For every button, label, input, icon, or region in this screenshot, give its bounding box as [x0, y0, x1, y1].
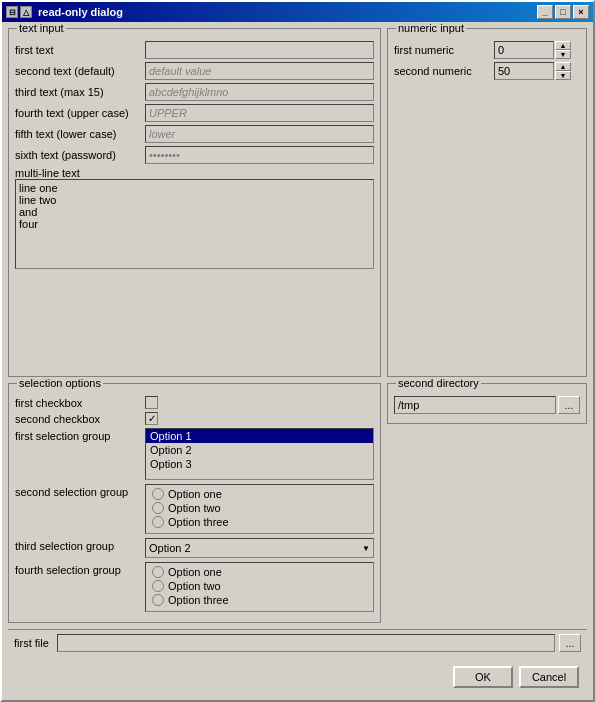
second-directory-input[interactable] — [394, 396, 556, 414]
sixth-text-input[interactable] — [145, 146, 374, 164]
third-text-label: third text (max 15) — [15, 86, 145, 98]
fourth-selection-row: fourth selection group Option one Option… — [15, 562, 374, 612]
second-selection-radio-group: Option one Option two Option three — [145, 484, 374, 534]
second-directory-label: second directory — [396, 377, 481, 389]
second-numeric-row: second numeric ▲ ▼ — [394, 62, 580, 80]
second-directory-browse-button[interactable]: ... — [558, 396, 580, 414]
field-row-first-text: first text — [15, 41, 374, 59]
window-icon-1: ⊟ — [6, 6, 18, 18]
second-radio-2[interactable] — [152, 502, 164, 514]
list-item[interactable]: Option 1 — [146, 429, 373, 443]
second-selection-label: second selection group — [15, 484, 145, 498]
second-checkbox-row: second checkbox ✓ — [15, 412, 374, 425]
field-row-sixth-text: sixth text (password) — [15, 146, 374, 164]
fourth-radio-3-label: Option three — [168, 594, 229, 606]
action-buttons: OK Cancel — [8, 662, 587, 694]
multiline-text-input[interactable]: line one line two and four — [15, 179, 374, 269]
third-selection-dropdown[interactable]: Option 2 ▼ — [145, 538, 374, 558]
second-numeric-up[interactable]: ▲ — [555, 62, 571, 71]
first-checkbox-label: first checkbox — [15, 397, 145, 409]
field-row-third-text: third text (max 15) — [15, 83, 374, 101]
selection-options-group: selection options first checkbox second … — [8, 383, 381, 623]
first-numeric-row: first numeric ▲ ▼ — [394, 41, 580, 59]
window: ⊟ △ read-only dialog _ □ × text input fi… — [0, 0, 595, 702]
second-numeric-wrapper: ▲ ▼ — [494, 62, 571, 80]
fourth-text-label: fourth text (upper case) — [15, 107, 145, 119]
first-numeric-spinners: ▲ ▼ — [555, 41, 571, 59]
second-checkbox-label: second checkbox — [15, 413, 145, 425]
first-checkbox-row: first checkbox — [15, 396, 374, 409]
second-numeric-input[interactable] — [494, 62, 554, 80]
selection-options-label: selection options — [17, 377, 103, 389]
second-numeric-label: second numeric — [394, 65, 494, 77]
third-selection-label: third selection group — [15, 538, 145, 552]
titlebar: ⊟ △ read-only dialog _ □ × — [2, 2, 593, 22]
second-numeric-spinners: ▲ ▼ — [555, 62, 571, 80]
numeric-input-label: numeric input — [396, 22, 466, 34]
radio-row-1: Option one — [152, 488, 367, 500]
first-file-browse-button[interactable]: ... — [559, 634, 581, 652]
list-item[interactable]: Option 3 — [146, 457, 373, 471]
window-title: read-only dialog — [38, 6, 123, 18]
titlebar-icons: ⊟ △ — [6, 6, 32, 18]
sixth-text-label: sixth text (password) — [15, 149, 145, 161]
radio-row-3: Option three — [152, 516, 367, 528]
maximize-button[interactable]: □ — [555, 5, 571, 19]
first-file-bar: first file ... — [8, 629, 587, 656]
fourth-radio-2[interactable] — [152, 580, 164, 592]
minimize-button[interactable]: _ — [537, 5, 553, 19]
first-numeric-input[interactable] — [494, 41, 554, 59]
list-item[interactable]: Option 2 — [146, 443, 373, 457]
first-numeric-label: first numeric — [394, 44, 494, 56]
field-row-fourth-text: fourth text (upper case) — [15, 104, 374, 122]
first-file-label: first file — [14, 637, 49, 649]
fourth-selection-radio-group: Option one Option two Option three — [145, 562, 374, 612]
titlebar-controls: _ □ × — [537, 5, 589, 19]
third-selection-row: third selection group Option 2 ▼ — [15, 538, 374, 558]
fifth-text-input[interactable] — [145, 125, 374, 143]
fourth-radio-row-3: Option three — [152, 594, 367, 606]
numeric-input-group: numeric input first numeric ▲ ▼ — [387, 28, 587, 377]
first-checkbox[interactable] — [145, 396, 158, 409]
second-checkbox[interactable]: ✓ — [145, 412, 158, 425]
first-numeric-down[interactable]: ▼ — [555, 50, 571, 59]
multiline-label: multi-line text — [15, 167, 145, 179]
window-icon-2: △ — [20, 6, 32, 18]
fifth-text-label: fifth text (lower case) — [15, 128, 145, 140]
cancel-button[interactable]: Cancel — [519, 666, 579, 688]
second-radio-3[interactable] — [152, 516, 164, 528]
fourth-text-input[interactable] — [145, 104, 374, 122]
fourth-radio-2-label: Option two — [168, 580, 221, 592]
second-radio-1[interactable] — [152, 488, 164, 500]
fourth-radio-3[interactable] — [152, 594, 164, 606]
first-text-input[interactable] — [145, 41, 374, 59]
field-row-multiline: multi-line text line one line two and fo… — [15, 167, 374, 269]
dropdown-arrow-icon: ▼ — [362, 544, 370, 553]
field-row-fifth-text: fifth text (lower case) — [15, 125, 374, 143]
fourth-selection-label: fourth selection group — [15, 562, 145, 576]
second-radio-1-label: Option one — [168, 488, 222, 500]
close-button[interactable]: × — [573, 5, 589, 19]
radio-row-2: Option two — [152, 502, 367, 514]
ok-button[interactable]: OK — [453, 666, 513, 688]
fourth-radio-row-1: Option one — [152, 566, 367, 578]
third-selection-dropdown-wrapper: Option 2 ▼ — [145, 538, 374, 558]
first-file-input[interactable] — [57, 634, 555, 652]
second-text-input[interactable] — [145, 62, 374, 80]
middle-row: selection options first checkbox second … — [8, 383, 587, 623]
first-numeric-up[interactable]: ▲ — [555, 41, 571, 50]
second-numeric-down[interactable]: ▼ — [555, 71, 571, 80]
second-directory-group: second directory ... — [387, 383, 587, 424]
text-input-label: text input — [17, 22, 66, 34]
third-text-input[interactable] — [145, 83, 374, 101]
text-input-group: text input first text second text (defau… — [8, 28, 381, 377]
second-text-label: second text (default) — [15, 65, 145, 77]
fourth-radio-1-label: Option one — [168, 566, 222, 578]
second-radio-3-label: Option three — [168, 516, 229, 528]
fourth-radio-row-2: Option two — [152, 580, 367, 592]
second-directory-row: ... — [394, 396, 580, 414]
first-selection-listbox[interactable]: Option 1 Option 2 Option 3 — [145, 428, 374, 480]
fourth-radio-1[interactable] — [152, 566, 164, 578]
first-numeric-wrapper: ▲ ▼ — [494, 41, 571, 59]
first-selection-label: first selection group — [15, 428, 145, 442]
